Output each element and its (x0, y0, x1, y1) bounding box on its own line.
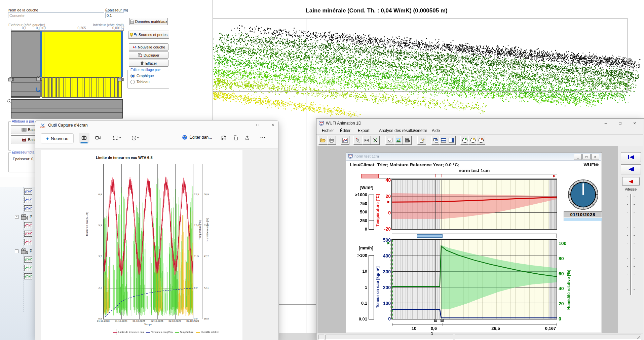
new-snip-button[interactable]: + Nouveau (41, 133, 74, 143)
tree-node-chart[interactable] (24, 239, 35, 246)
position-bar[interactable] (392, 234, 557, 238)
play-backward-button[interactable] (622, 177, 640, 186)
profile-band[interactable] (11, 99, 123, 118)
ruler-tick (44, 29, 44, 31)
mmh-unit-label: [mm/h] (350, 245, 373, 250)
video-mode-button[interactable] (93, 133, 103, 143)
tree-node-chart[interactable] (24, 257, 35, 263)
layer-block-membrane-right[interactable] (121, 31, 123, 77)
camera-icon[interactable] (118, 77, 124, 81)
tree-node-chart[interactable] (24, 222, 35, 229)
legend-swatch (175, 332, 179, 333)
monitor-handle[interactable] (434, 319, 437, 322)
edit-in-paint-button[interactable]: Éditer dan... (180, 133, 214, 142)
thickness-input[interactable] (105, 12, 124, 18)
gauge-red-button[interactable] (477, 136, 485, 145)
chart-button[interactable] (341, 136, 349, 145)
minimize-button[interactable]: – (236, 121, 249, 129)
resize-grip[interactable] (637, 335, 641, 339)
legend-item: Humidité relative (196, 331, 219, 334)
tree-node-chart[interactable] (24, 273, 35, 280)
menu-fichier[interactable]: Fichier (320, 128, 335, 133)
menu-aide[interactable]: Aide (430, 128, 441, 133)
snipping-tool-logo-icon (40, 123, 46, 129)
numbers-button[interactable]: 2,1+ (385, 136, 394, 145)
tile-vertical-button[interactable] (447, 136, 456, 145)
menu--diter[interactable]: Éditer (339, 128, 352, 133)
norm-test-titlebar[interactable]: norm test 1cm _ □ × (346, 153, 601, 161)
layer-name-input[interactable] (8, 12, 104, 18)
mesh-edit-radio-graphique[interactable]: Graphique (130, 73, 167, 78)
close-button[interactable]: × (266, 121, 279, 129)
humidity-axis-label: Humidité relative [%] (566, 252, 571, 310)
wufi-brand: WUFI® (584, 162, 599, 167)
selected-mode-indicator (80, 142, 88, 143)
slider-tick (627, 197, 628, 197)
ruler-tick (11, 29, 11, 31)
inner-minimize-button[interactable]: _ (574, 154, 582, 160)
position-bar-segment[interactable] (417, 234, 443, 238)
tree-node-chart[interactable] (24, 231, 35, 237)
erase-button[interactable]: Effacer (129, 60, 168, 67)
tree-node-chart[interactable] (24, 189, 35, 195)
gauge-green-button[interactable] (460, 136, 469, 145)
slider-tick (627, 251, 628, 251)
dimension-line (392, 325, 557, 325)
humidity-tick: 100 (559, 241, 566, 246)
copy-button[interactable] (231, 133, 240, 142)
tree-expand-box[interactable]: − (15, 249, 18, 253)
snip-shape-dropdown[interactable] (110, 133, 124, 142)
maximize-button[interactable]: □ (613, 119, 627, 128)
save-button[interactable] (219, 133, 228, 142)
share-button[interactable] (242, 133, 252, 142)
tree-connector (24, 200, 25, 201)
tree-node-chart[interactable] (24, 265, 35, 272)
norm-test-window-icon (348, 154, 353, 159)
snip-delay-dropdown[interactable] (128, 133, 143, 142)
humidity-tick: 0 (559, 316, 561, 321)
speed-slider[interactable] (630, 194, 632, 295)
camera-icon[interactable] (36, 76, 42, 81)
tree-connector (24, 268, 25, 269)
inner-close-button[interactable]: × (591, 154, 599, 160)
clamp-button[interactable] (362, 136, 371, 145)
sources-sinks-button[interactable]: Sources et pertes (128, 31, 169, 39)
prev-frame-button[interactable] (621, 164, 641, 174)
monitor-handle[interactable] (441, 319, 444, 322)
tree-expand-box[interactable]: − (15, 215, 18, 219)
wm2-tick: 750 (346, 201, 367, 206)
material-data-button[interactable]: Données matériaux (129, 18, 168, 25)
wta-yright2-axis-label: Humidité relative [%] (206, 218, 209, 241)
report-button[interactable] (417, 136, 426, 145)
probe-button[interactable] (353, 136, 362, 145)
slider-tick (627, 290, 628, 290)
camera-icon[interactable] (8, 77, 14, 81)
close-button[interactable]: × (628, 119, 641, 128)
tree-node-chart[interactable] (24, 205, 35, 212)
cut-button[interactable] (371, 136, 380, 145)
menu-export[interactable]: Export (356, 128, 371, 133)
layer-block-insulation[interactable] (42, 31, 122, 77)
layer-block-exterior[interactable] (11, 31, 40, 77)
tree-connector (24, 260, 25, 260)
minimize-button[interactable]: – (599, 119, 612, 128)
chart-icon (24, 239, 32, 245)
radio-icon (130, 80, 135, 84)
screenshot-mode-button[interactable] (79, 133, 89, 143)
menu-fen-tre[interactable]: Fenêtre (412, 128, 428, 133)
inner-restore-button[interactable]: □ (582, 154, 591, 160)
open-button[interactable] (318, 136, 327, 145)
step-back-button[interactable] (621, 152, 641, 162)
duplicate-button[interactable]: Dupliquer (129, 52, 168, 59)
image-export-button[interactable] (394, 136, 403, 145)
more-options-button[interactable]: ... (258, 132, 268, 141)
mesh-edit-radio-tableau[interactable]: Tableau (130, 79, 167, 84)
film-export-button[interactable] (403, 136, 412, 145)
gauge-yellow-button[interactable] (468, 136, 477, 145)
slider-tick (634, 220, 635, 220)
tree-node-chart[interactable] (24, 197, 35, 204)
print-button[interactable] (327, 136, 336, 145)
maximize-button[interactable]: □ (251, 121, 264, 129)
new-layer-button[interactable]: Nouvelle couche (129, 43, 168, 50)
ruler-value: 0,|0,01 (36, 26, 46, 30)
